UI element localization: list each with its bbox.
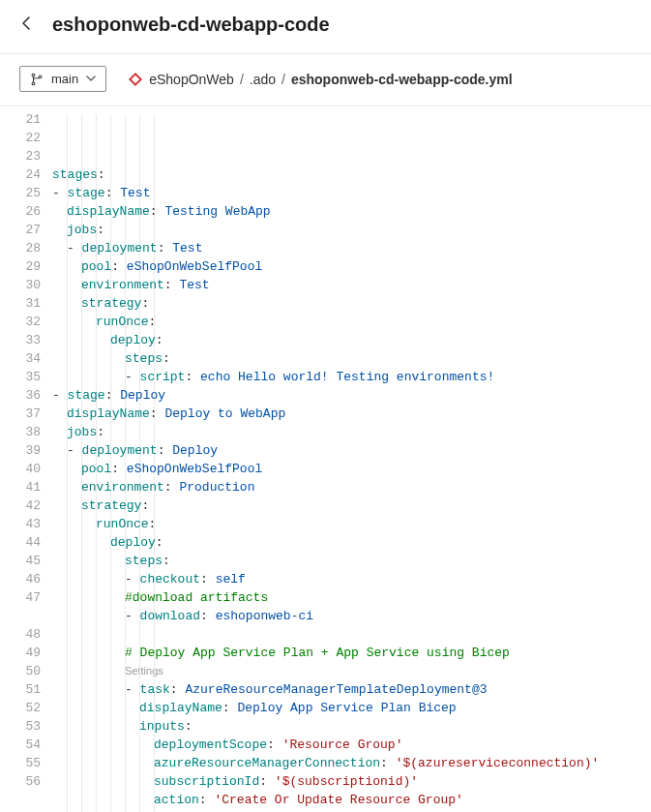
line-number: 45 — [0, 552, 41, 570]
code-line: - stage: Test — [52, 184, 651, 202]
branch-label: main — [51, 72, 78, 86]
code-line: inputs: — [52, 717, 651, 736]
breadcrumb-sep: / — [281, 72, 285, 87]
code-line: pool: eShopOnWebSelfPool — [52, 257, 651, 276]
repo-icon — [128, 72, 143, 87]
line-number: 33 — [0, 331, 41, 349]
code-line: deploy: — [52, 533, 651, 552]
code-line: displayName: Deploy to WebApp — [52, 405, 651, 423]
line-number: 39 — [0, 441, 41, 460]
line-number: 29 — [0, 257, 41, 276]
code-line: - deployment: Deploy — [52, 441, 651, 460]
breadcrumb: eShopOnWeb / .ado / eshoponweb-cd-webapp… — [128, 72, 512, 87]
code-editor[interactable]: 2122232425262728293031323334353637383940… — [0, 105, 651, 812]
breadcrumb-file[interactable]: eshoponweb-cd-webapp-code.yml — [291, 72, 513, 87]
line-number: 50 — [0, 662, 41, 680]
code-line — [52, 625, 651, 644]
line-number: 42 — [0, 496, 41, 515]
line-number: 44 — [0, 533, 41, 552]
code-line: subscriptionId: '$(subscriptionid)' — [52, 772, 651, 791]
line-number: 28 — [0, 239, 41, 257]
line-number: 30 — [0, 276, 41, 294]
line-number: 22 — [0, 129, 41, 147]
line-number: 52 — [0, 699, 41, 717]
code-area[interactable]: stages:- stage: TestdisplayName: Testing… — [52, 110, 651, 812]
line-number — [0, 607, 41, 625]
line-number: 55 — [0, 754, 41, 772]
code-line: displayName: Testing WebApp — [52, 202, 651, 221]
code-line: - deployment: Test — [52, 239, 651, 257]
breadcrumb-folder[interactable]: .ado — [250, 72, 276, 87]
code-line: action: 'Create Or Update Resource Group… — [52, 791, 651, 809]
code-line: strategy: — [52, 496, 651, 515]
line-number: 21 — [0, 110, 41, 129]
line-number: 53 — [0, 717, 41, 736]
code-line: - stage: Deploy — [52, 386, 651, 405]
line-number: 24 — [0, 165, 41, 184]
code-line: - script: echo Hello world! Testing envi… — [52, 368, 651, 386]
code-line: - download: eshoponweb-ci — [52, 607, 651, 625]
line-number: 23 — [0, 147, 41, 165]
line-number: 49 — [0, 644, 41, 662]
code-line: displayName: Deploy App Service Plan Bic… — [52, 699, 651, 717]
line-number: 25 — [0, 184, 41, 202]
line-number: 40 — [0, 460, 41, 478]
code-line: runOnce: — [52, 313, 651, 331]
toolbar: main eShopOnWeb / .ado / eshoponweb-cd-w… — [0, 54, 651, 105]
code-line: steps: — [52, 552, 651, 570]
svg-point-0 — [32, 74, 35, 76]
code-line: jobs: — [52, 221, 651, 239]
back-arrow-icon[interactable] — [19, 15, 35, 34]
line-number: 56 — [0, 772, 41, 791]
line-number: 41 — [0, 478, 41, 496]
code-line: environment: Test — [52, 276, 651, 294]
code-line: environment: Production — [52, 478, 651, 496]
line-number: 36 — [0, 386, 41, 405]
line-number: 35 — [0, 368, 41, 386]
code-line: # Deploy App Service Plan + App Service … — [52, 644, 651, 662]
page-header: eshoponweb-cd-webapp-code — [0, 0, 651, 53]
code-line: - checkout: self — [52, 570, 651, 588]
line-number: 43 — [0, 515, 41, 533]
code-line: deploy: — [52, 331, 651, 349]
code-line: stages: — [52, 165, 651, 184]
code-line: runOnce: — [52, 515, 651, 533]
svg-point-1 — [32, 81, 35, 84]
line-number: 26 — [0, 202, 41, 221]
gutter: 2122232425262728293031323334353637383940… — [0, 110, 52, 812]
line-number: 37 — [0, 405, 41, 423]
line-number: 47 — [0, 588, 41, 607]
codelens[interactable]: Settings — [52, 662, 651, 680]
line-number: 51 — [0, 680, 41, 699]
branch-icon — [30, 73, 44, 86]
line-number: 32 — [0, 313, 41, 331]
line-number: 34 — [0, 349, 41, 368]
code-line: pool: eShopOnWebSelfPool — [52, 460, 651, 478]
line-number: 27 — [0, 221, 41, 239]
svg-point-2 — [39, 75, 42, 77]
code-line: jobs: — [52, 423, 651, 441]
code-line: steps: — [52, 349, 651, 368]
code-line: azureResourceManagerConnection: '$(azure… — [52, 754, 651, 772]
line-number: 54 — [0, 736, 41, 754]
branch-selector[interactable]: main — [19, 66, 106, 92]
breadcrumb-sep: / — [240, 72, 244, 87]
chevron-down-icon — [86, 74, 96, 85]
line-number: 46 — [0, 570, 41, 588]
line-number: 48 — [0, 625, 41, 644]
breadcrumb-repo[interactable]: eShopOnWeb — [149, 72, 234, 87]
line-number: 31 — [0, 294, 41, 313]
code-line: #download artifacts — [52, 588, 651, 607]
page-title: eshoponweb-cd-webapp-code — [52, 14, 330, 36]
code-line: - task: AzureResourceManagerTemplateDepl… — [52, 680, 651, 699]
line-number: 38 — [0, 423, 41, 441]
code-line: deploymentScope: 'Resource Group' — [52, 736, 651, 754]
code-line: strategy: — [52, 294, 651, 313]
